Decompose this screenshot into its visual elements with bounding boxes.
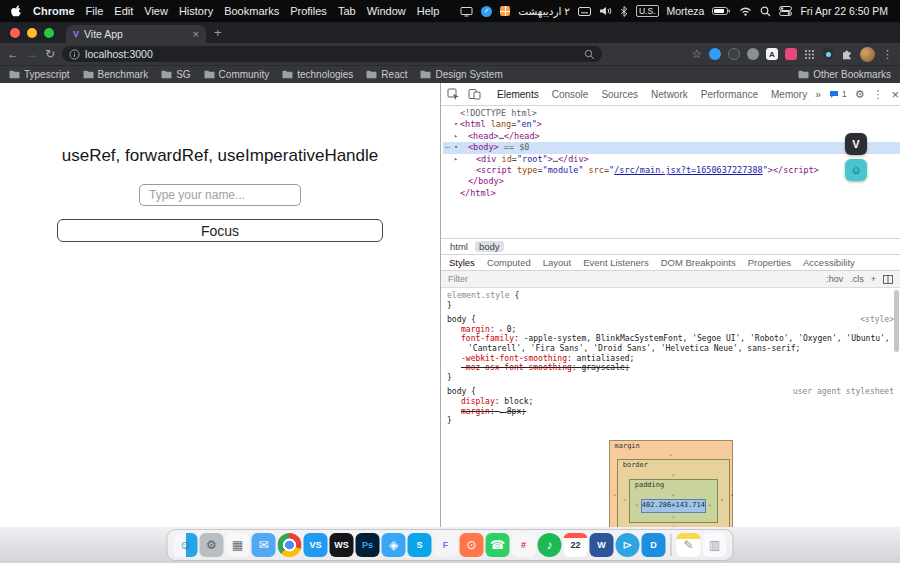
input-source-label[interactable]: U.S. — [636, 5, 659, 17]
sidebar-tab-styles[interactable]: Styles — [449, 257, 475, 268]
dock-whatsapp-icon[interactable]: ☎ — [486, 533, 510, 557]
extension-icon-2[interactable] — [728, 48, 740, 60]
react-devtools-icon[interactable] — [822, 48, 834, 60]
sidebar-tab-dom-breakpoints[interactable]: DOM Breakpoints — [661, 257, 736, 268]
dock-webstorm-icon[interactable]: WS — [330, 533, 354, 557]
browser-menu-icon[interactable]: ⋮ — [882, 48, 893, 61]
focus-button[interactable]: Focus — [57, 219, 383, 242]
menubar-clock[interactable]: Fri Apr 22 6:50 PM — [800, 5, 888, 17]
devtools-tab-elements[interactable]: Elements — [497, 89, 539, 100]
extensions-puzzle-icon[interactable] — [841, 48, 853, 60]
menu-item-history[interactable]: History — [179, 5, 213, 17]
devtools-tab-performance[interactable]: Performance — [701, 89, 758, 100]
control-center-icon[interactable] — [779, 6, 792, 16]
box-model-padding[interactable]: padding - - 402.286×143.714 - - — [629, 479, 718, 523]
tree-row[interactable]: ⋯<!DOCTYPE html> — [443, 108, 900, 119]
dock-telegram-icon[interactable]: ⊳ — [616, 533, 640, 557]
extension-overlay-badge-1[interactable]: V — [845, 133, 867, 155]
minimize-window-button[interactable] — [27, 28, 37, 38]
reload-icon[interactable]: ↻ — [45, 48, 55, 60]
inspect-element-icon[interactable] — [447, 88, 460, 101]
pseudo-state-toggle[interactable]: :hov — [826, 274, 843, 284]
more-tabs-icon[interactable]: » — [815, 89, 821, 100]
box-model-content[interactable]: 402.286×143.714 — [641, 499, 706, 513]
browser-tab[interactable]: V Vite App × — [66, 25, 206, 43]
tree-row[interactable]: ⋯▾<body> == $0 — [443, 142, 900, 153]
breadcrumb-body[interactable]: body — [475, 241, 504, 252]
sidebar-tab-event-listeners[interactable]: Event Listeners — [583, 257, 648, 268]
profile-avatar[interactable] — [860, 47, 875, 62]
devtools-menu-icon[interactable]: ⋮ — [873, 88, 884, 101]
pane-layout-icon[interactable] — [883, 275, 893, 284]
bookmark-technologies[interactable]: technologies — [282, 69, 353, 80]
zoom-icon[interactable] — [584, 49, 595, 60]
dock-calendar-icon[interactable]: 22 — [564, 533, 588, 557]
dock-safari-icon[interactable]: ◈ — [382, 533, 406, 557]
devtools-settings-icon[interactable]: ⚙ — [855, 88, 865, 101]
box-model-border[interactable]: border - - padding - - 402.286×143.714 - — [617, 459, 730, 527]
dock-chrome-icon[interactable] — [278, 533, 302, 557]
dock-photoshop-icon[interactable]: Ps — [356, 533, 380, 557]
bookmark-sg[interactable]: SG — [161, 69, 190, 80]
devtools-tab-console[interactable]: Console — [552, 89, 589, 100]
dock-spotify-icon[interactable]: ♪ — [538, 533, 562, 557]
device-toolbar-icon[interactable] — [468, 88, 481, 100]
bluetooth-icon[interactable] — [620, 6, 628, 17]
menu-item-profiles[interactable]: Profiles — [290, 5, 327, 17]
devtools-tab-sources[interactable]: Sources — [601, 89, 638, 100]
tree-row[interactable]: ⋯<script type="module" src="/src/main.js… — [443, 165, 900, 176]
sidebar-tab-computed[interactable]: Computed — [487, 257, 531, 268]
battery-icon[interactable] — [712, 6, 731, 16]
other-bookmarks[interactable]: Other Bookmarks — [798, 69, 891, 80]
sidebar-tab-layout[interactable]: Layout — [543, 257, 572, 268]
bookmark-community[interactable]: Community — [204, 69, 270, 80]
tree-row[interactable]: ⋯▸<div id="root">…</div> — [443, 154, 900, 165]
breadcrumb-html[interactable]: html — [446, 241, 472, 252]
address-bar[interactable]: localhost:3000 — [62, 46, 602, 62]
tree-row[interactable]: ⋯▸<head>…</head> — [443, 131, 900, 142]
extension-icon-1[interactable] — [709, 48, 721, 60]
menu-item-help[interactable]: Help — [417, 5, 440, 17]
styles-filter-input[interactable] — [448, 274, 598, 284]
dock-postman-icon[interactable]: ⊙ — [460, 533, 484, 557]
blue-status-icon[interactable]: ✓ — [481, 6, 492, 17]
devtools-close-icon[interactable]: × — [892, 87, 900, 102]
bookmark-star-icon[interactable]: ☆ — [691, 48, 702, 60]
zoom-window-button[interactable] — [44, 28, 54, 38]
dock-vscode-icon[interactable]: VS — [304, 533, 328, 557]
dock-slack-icon[interactable]: # — [512, 533, 536, 557]
extension-icon-3[interactable] — [747, 48, 759, 60]
forward-icon[interactable]: → — [26, 48, 38, 60]
menu-item-file[interactable]: File — [86, 5, 104, 17]
display-icon[interactable] — [460, 6, 473, 17]
username-label[interactable]: Morteza — [667, 5, 705, 17]
menu-item-window[interactable]: Window — [367, 5, 406, 17]
css-declaration[interactable]: font-family: -apple-system, BlinkMacSyst… — [447, 334, 894, 353]
box-model-margin[interactable]: margin - - border - - padding - — [609, 440, 733, 527]
spotlight-icon[interactable] — [760, 6, 771, 17]
sidebar-tab-accessibility[interactable]: Accessibility — [803, 257, 855, 268]
dock-notes-icon[interactable]: ✎ — [677, 533, 701, 557]
css-declaration[interactable]: margin: ▸ 8px; — [447, 407, 894, 417]
dock-mail-icon[interactable]: ✉ — [252, 533, 276, 557]
dock-figma-icon[interactable]: F — [434, 533, 458, 557]
menu-item-edit[interactable]: Edit — [114, 5, 133, 17]
volume-icon[interactable] — [599, 6, 612, 16]
dock-word-icon[interactable]: W — [590, 533, 614, 557]
devtools-tab-memory[interactable]: Memory — [771, 89, 807, 100]
orange-grid-icon[interactable] — [500, 6, 510, 16]
extension-overlay-badge-2[interactable]: ☺ — [845, 159, 867, 181]
extension-icon-a[interactable]: A — [766, 48, 778, 60]
issues-badge[interactable]: 1 — [829, 89, 847, 99]
dock-system-preferences-icon[interactable]: ⚙ — [200, 533, 224, 557]
persian-date-label[interactable]: ۲ اردیبهشت — [518, 5, 570, 17]
wifi-icon[interactable] — [739, 6, 752, 16]
css-declaration[interactable]: -webkit-font-smoothing: antialiased; — [447, 354, 894, 364]
dock-skype-icon[interactable]: S — [408, 533, 432, 557]
dock-launchpad-icon[interactable]: ▦ — [226, 533, 250, 557]
keyboard-icon[interactable] — [578, 7, 591, 16]
tree-row[interactable]: ⋯</html> — [443, 188, 900, 199]
bookmark-typescript[interactable]: Typescript — [9, 69, 70, 80]
new-style-rule-icon[interactable]: + — [871, 274, 876, 284]
dock-finder-icon[interactable]: ☺ — [174, 533, 198, 557]
